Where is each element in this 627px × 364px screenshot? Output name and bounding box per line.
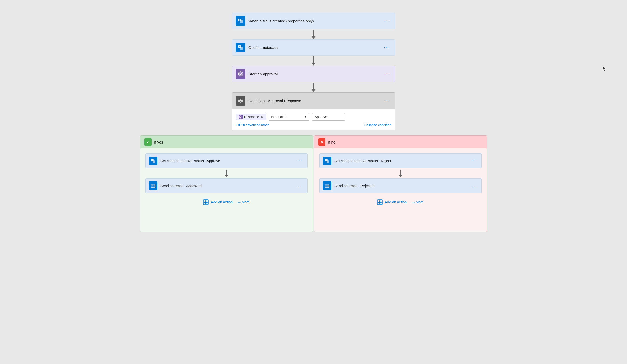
- if-yes-add-action-btn[interactable]: Add an action: [203, 199, 233, 205]
- edit-advanced-link[interactable]: Edit in advanced mode: [236, 123, 269, 127]
- metadata-title: Get file metadata: [248, 45, 382, 50]
- condition-title: Condition - Approval Response: [248, 99, 382, 103]
- svg-rect-8: [238, 100, 240, 102]
- if-yes-content: Set content approval status - Approve ··…: [145, 153, 308, 205]
- condition-step: Condition - Approval Response ··· Respon…: [232, 92, 395, 130]
- if-yes-more-dots: ···: [238, 200, 241, 204]
- trigger-step: S When a file is created (properties onl…: [232, 13, 395, 29]
- sharepoint-icon-metadata: S: [236, 43, 245, 52]
- if-yes-step-2: Send an email - Approved ···: [145, 178, 308, 193]
- approval-title: Start an approval: [248, 72, 382, 76]
- add-action-icon-no: [377, 199, 383, 205]
- arrow-2: [312, 56, 315, 66]
- add-action-icon: [203, 199, 209, 205]
- condition-header: Condition - Approval Response ···: [232, 93, 395, 109]
- response-tag-icon: [239, 115, 243, 119]
- approval-icon: [236, 69, 245, 79]
- condition-more-btn[interactable]: ···: [382, 97, 391, 105]
- if-yes-more-label: More: [242, 200, 250, 204]
- svg-rect-1: [240, 20, 243, 23]
- if-yes-branch: ✓ If yes Set content approval status - A…: [140, 135, 313, 232]
- svg-point-15: [239, 116, 242, 118]
- sharepoint-icon-approve: [149, 157, 157, 165]
- condition-icon: [236, 96, 245, 106]
- if-yes-arrow: [145, 169, 308, 178]
- if-no-step-2-more[interactable]: ···: [469, 183, 478, 189]
- response-label: Response: [244, 115, 259, 119]
- trigger-more-btn[interactable]: ···: [382, 17, 391, 25]
- if-yes-add-action-area: Add an action ··· More: [145, 199, 308, 205]
- condition-value-input[interactable]: Approve: [312, 113, 345, 121]
- condition-row: Response ✕ is equal to ▼ Approve: [236, 113, 391, 121]
- canvas: S When a file is created (properties onl…: [0, 0, 627, 364]
- if-yes-step-1: Set content approval status - Approve ··…: [145, 153, 308, 168]
- if-yes-add-action-label: Add an action: [211, 200, 233, 204]
- if-no-header: ✕ If no: [314, 136, 487, 148]
- approval-step: Start an approval ···: [232, 66, 395, 82]
- trigger-title: When a file is created (properties only): [248, 19, 382, 23]
- response-tag[interactable]: Response ✕: [236, 114, 266, 120]
- if-no-more-dots: ···: [412, 200, 415, 204]
- if-no-add-action-label: Add an action: [385, 200, 407, 204]
- sharepoint-icon-reject: [323, 157, 331, 165]
- collapse-condition-link[interactable]: Collapse condition: [364, 123, 391, 127]
- branches-container: ✓ If yes Set content approval status - A…: [132, 135, 495, 232]
- outlook-icon-rejected: [323, 181, 331, 190]
- if-no-title: If no: [328, 140, 335, 144]
- condition-value-text: Approve: [315, 115, 327, 119]
- no-x-icon: ✕: [318, 138, 325, 146]
- metadata-more-btn[interactable]: ···: [382, 44, 391, 51]
- if-yes-step-2-more[interactable]: ···: [295, 183, 304, 189]
- get-metadata-step: S Get file metadata ···: [232, 39, 395, 56]
- if-no-content: Set content approval status - Reject ···…: [319, 153, 482, 205]
- operator-dropdown[interactable]: is equal to ▼: [269, 113, 309, 121]
- if-yes-step-1-more[interactable]: ···: [295, 158, 304, 164]
- if-no-step-1-title: Set content approval status - Reject: [334, 159, 469, 163]
- svg-rect-17: [153, 160, 155, 163]
- if-no-branch: ✕ If no Set content approval status - Re…: [314, 135, 487, 232]
- if-yes-step-2-title: Send an email - Approved: [160, 184, 295, 188]
- sharepoint-icon-trigger: S: [236, 16, 245, 26]
- top-flow: S When a file is created (properties onl…: [0, 8, 627, 130]
- svg-rect-9: [241, 100, 243, 102]
- svg-text:S: S: [239, 19, 240, 21]
- operator-label: is equal to: [271, 115, 286, 119]
- if-no-add-action-area: Add an action ··· More: [319, 199, 482, 205]
- arrow-1: [312, 29, 315, 39]
- approval-more-btn[interactable]: ···: [382, 70, 391, 78]
- if-no-arrow: [319, 169, 482, 178]
- svg-rect-29: [379, 200, 380, 204]
- svg-rect-24: [327, 160, 329, 163]
- if-yes-more-btn[interactable]: ··· More: [238, 200, 250, 204]
- if-no-more-btn[interactable]: ··· More: [412, 200, 424, 204]
- yes-checkmark-icon: ✓: [144, 138, 152, 146]
- if-yes-header: ✓ If yes: [140, 136, 313, 148]
- svg-rect-22: [205, 200, 206, 204]
- if-yes-title: If yes: [154, 140, 163, 144]
- svg-rect-4: [240, 47, 243, 50]
- if-no-add-action-btn[interactable]: Add an action: [377, 199, 407, 205]
- if-no-step-2-title: Send an email - Rejected: [334, 184, 469, 188]
- chevron-icon: ▼: [304, 115, 307, 118]
- arrow-3: [312, 82, 315, 92]
- if-no-step-2: Send an email - Rejected ···: [319, 178, 482, 193]
- condition-links: Edit in advanced mode Collapse condition: [236, 123, 391, 127]
- if-no-more-label: More: [416, 200, 424, 204]
- if-no-step-1: Set content approval status - Reject ···: [319, 153, 482, 168]
- if-yes-step-1-title: Set content approval status - Approve: [160, 159, 295, 163]
- condition-body: Response ✕ is equal to ▼ Approve Edit in…: [232, 109, 395, 130]
- outlook-icon-approved: [149, 181, 157, 190]
- response-remove-btn[interactable]: ✕: [261, 115, 263, 119]
- svg-text:S: S: [239, 46, 240, 47]
- if-no-step-1-more[interactable]: ···: [469, 158, 478, 164]
